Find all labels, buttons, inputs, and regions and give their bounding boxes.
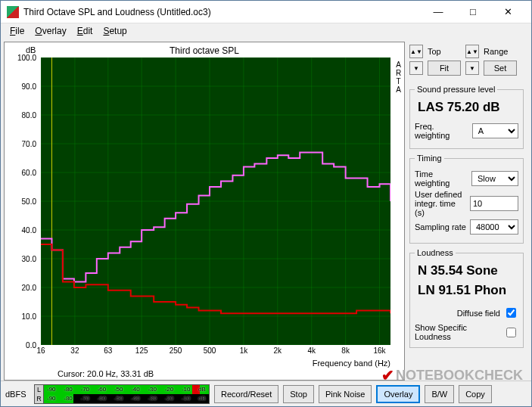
loudness-phon: LN 91.51 Phon: [415, 283, 518, 303]
bottom-bar: dBFS L -90-80-70-60-50-40-30-20-10dB R -…: [1, 381, 531, 406]
side-panel: ▲▼ Top ▲▼ Range ▼ Fit ▼ Set Sound pressu…: [406, 39, 531, 381]
sampling-rate-label: Sampling rate: [415, 222, 466, 231]
plot-region: [41, 57, 390, 345]
set-button[interactable]: Set: [484, 61, 517, 76]
time-weighting-label: Time weighting: [415, 169, 468, 188]
diffuse-field-checkbox[interactable]: [506, 308, 516, 318]
window-title: Third Octave SPL and Loudness (Untitled.…: [23, 7, 421, 17]
stop-button[interactable]: Stop: [283, 385, 314, 403]
chart-area: dB Third octave SPL ARTA 0.010.020.030.0…: [1, 39, 406, 381]
specific-loudness-label: Show Specific Loudness: [415, 323, 500, 341]
specific-loudness-checkbox[interactable]: [506, 328, 516, 337]
spl-legend: Sound pressure level: [415, 85, 497, 94]
loudness-legend: Loudness: [415, 248, 456, 257]
menu-file[interactable]: File: [5, 24, 29, 38]
cursor-readout: Cursor: 20.0 Hz, 33.31 dB: [58, 369, 154, 378]
sampling-rate-select[interactable]: 48000: [470, 219, 518, 235]
integr-time-input[interactable]: [470, 196, 518, 211]
top-label: Top: [428, 47, 461, 56]
meter-channel-r: R: [35, 394, 44, 403]
timing-group: Timing Time weighting Slow User defined …: [409, 154, 524, 244]
dbfs-label: dBFS: [5, 390, 30, 399]
time-weighting-select[interactable]: Slow: [471, 171, 518, 186]
bw-button[interactable]: B/W: [425, 385, 454, 403]
range-label: Range: [484, 47, 517, 56]
record-reset-button[interactable]: Record/Reset: [214, 385, 278, 403]
menubar: File Overlay Edit Setup: [1, 23, 531, 39]
menu-overlay[interactable]: Overlay: [30, 24, 70, 38]
top-down-spinner[interactable]: ▼: [409, 61, 423, 75]
chart-title: Third octave SPL: [5, 45, 404, 56]
x-axis-ticks: 1632631252505001k2k4k8k16k: [41, 346, 390, 357]
fit-button[interactable]: Fit: [428, 61, 461, 76]
y-axis-ticks: 0.010.020.030.040.050.060.070.080.090.01…: [12, 57, 38, 345]
menu-setup[interactable]: Setup: [98, 24, 131, 38]
copy-button[interactable]: Copy: [459, 385, 492, 403]
loudness-sone: N 35.54 Sone: [415, 262, 518, 283]
app-icon: [7, 6, 19, 18]
timing-legend: Timing: [415, 154, 444, 163]
integr-time-label: User defined integr. time (s): [415, 190, 467, 217]
arta-watermark: ARTA: [394, 61, 402, 94]
range-down-spinner[interactable]: ▼: [465, 61, 479, 75]
level-meter: L -90-80-70-60-50-40-30-20-10dB R -90-80…: [34, 384, 210, 404]
spl-group: Sound pressure level LAS 75.20 dB Freq. …: [409, 85, 524, 149]
overlay-button[interactable]: Overlay: [376, 385, 420, 403]
maximize-button[interactable]: □: [456, 1, 490, 23]
menu-edit[interactable]: Edit: [73, 24, 98, 38]
spl-value: LAS 75.20 dB: [415, 98, 518, 120]
loudness-group: Loudness N 35.54 Sone LN 91.51 Phon Diff…: [409, 248, 524, 348]
x-axis-label: Frequency band (Hz): [313, 359, 390, 368]
pink-noise-button[interactable]: Pink Noise: [319, 385, 372, 403]
diffuse-field-label: Diffuse field: [457, 309, 500, 318]
titlebar: Third Octave SPL and Loudness (Untitled.…: [1, 1, 531, 23]
chart-box[interactable]: dB Third octave SPL ARTA 0.010.020.030.0…: [4, 42, 405, 381]
window-controls: — □ ✕: [421, 1, 525, 23]
top-up-spinner[interactable]: ▲▼: [409, 45, 423, 58]
minimize-button[interactable]: —: [421, 1, 456, 23]
close-button[interactable]: ✕: [490, 1, 525, 23]
freq-weighting-select[interactable]: A: [472, 123, 518, 138]
meter-channel-l: L: [35, 385, 44, 394]
freq-weighting-label: Freq. weighting: [415, 122, 469, 140]
range-up-spinner[interactable]: ▲▼: [465, 45, 479, 58]
